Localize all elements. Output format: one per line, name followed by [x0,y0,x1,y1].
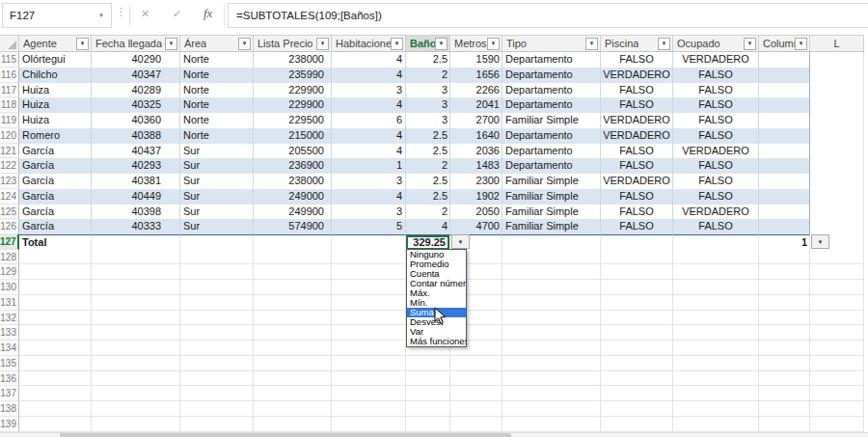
cell-banos[interactable]: 3 [406,97,450,113]
cell-piscina[interactable]: FALSO [601,219,673,234]
cell[interactable] [92,311,180,326]
cell-tipo[interactable]: Departamento [502,158,601,174]
cell[interactable] [810,280,864,295]
cell[interactable] [92,371,180,387]
cell[interactable] [759,250,810,265]
cell-lista-precio[interactable]: 574900 [254,219,332,234]
row-number[interactable]: 131 [0,295,19,311]
cell-metros[interactable]: 1656 [450,68,502,83]
cell-L[interactable] [810,219,864,234]
cell[interactable] [601,280,673,295]
cell[interactable] [759,280,810,295]
cell-L[interactable] [810,97,864,113]
cell[interactable] [19,401,92,417]
cell[interactable] [19,356,92,371]
row-number[interactable]: 126 [0,219,19,234]
cell[interactable] [759,295,810,311]
cell-habitaciones[interactable]: 3 [332,174,406,189]
insert-function-icon[interactable]: fx [203,6,212,21]
row-number[interactable]: 136 [0,371,19,387]
filter-dropdown-icon[interactable]: ▼ [744,38,756,50]
cell[interactable] [180,264,254,280]
menu-item[interactable]: Promedio [407,259,466,269]
cell[interactable] [673,250,759,265]
cell[interactable] [332,325,406,341]
cell-L[interactable] [810,144,864,159]
cell-banos[interactable]: 4 [406,219,450,234]
cell-column1[interactable] [759,219,810,234]
cell[interactable] [254,341,332,356]
cell[interactable] [810,250,864,265]
cell[interactable] [502,311,601,326]
cell[interactable] [502,341,601,356]
cell[interactable] [332,250,406,265]
cell-lista-precio[interactable]: 205500 [254,144,332,159]
cell[interactable] [450,371,502,387]
cell[interactable] [601,295,673,311]
cell[interactable] [19,280,92,295]
cell-banos-subtotal-selected[interactable]: 329.25 [406,234,450,250]
cell-fecha-llegada[interactable]: 40289 [92,83,180,98]
horizontal-scrollbar-thumb[interactable] [60,433,511,437]
cell[interactable] [601,234,673,250]
cell-metros[interactable]: 1902 [450,189,502,205]
cell-banos[interactable]: 2 [406,158,450,174]
cell-L[interactable] [810,189,864,205]
cell-lista-precio[interactable]: 238000 [254,174,332,189]
cell-piscina[interactable]: FALSO [601,83,673,98]
column1-subtotal-dropdown-button[interactable]: ▼ [811,234,829,249]
cell-banos[interactable]: 3 [406,113,450,128]
cell[interactable] [673,325,759,341]
cell-lista-precio[interactable]: 235990 [254,68,332,83]
cell[interactable] [759,417,810,432]
cell-tipo[interactable]: Familiar Simple [502,189,601,205]
cell[interactable] [759,311,810,326]
cell[interactable] [759,356,810,371]
cell-tipo[interactable]: Familiar Simple [502,174,601,189]
cell[interactable] [180,371,254,387]
cell[interactable] [810,417,864,432]
cell-fecha-llegada[interactable]: 40398 [92,205,180,220]
cell-tipo[interactable]: Departamento [502,97,601,113]
cell-habitaciones[interactable]: 1 [332,158,406,174]
cell-banos[interactable]: 2 [406,205,450,220]
cell-area[interactable]: Sur [180,219,254,234]
cell-agente[interactable]: García [19,174,92,189]
cell[interactable] [92,356,180,371]
name-box[interactable]: F127 ▼ [2,3,112,28]
column-header[interactable]: Column ▼ [759,35,810,52]
cell-habitaciones[interactable]: 4 [332,128,406,144]
select-all-corner[interactable] [0,35,19,52]
cell[interactable] [601,250,673,265]
cell[interactable] [19,371,92,387]
cell-habitaciones[interactable]: 4 [332,97,406,113]
cell-L[interactable] [810,113,864,128]
cell-tipo[interactable]: Departamento [502,144,601,159]
cell[interactable] [810,295,864,311]
column-header[interactable]: Ocupado ▼ [673,35,759,52]
cell[interactable] [502,325,601,341]
cell[interactable] [810,401,864,417]
column-header[interactable]: Agente ▼ [19,35,92,52]
cell-fecha-llegada[interactable]: 40347 [92,68,180,83]
cell-piscina[interactable]: VERDADERO [601,113,673,128]
cell-metros[interactable]: 2036 [450,144,502,159]
cell-habitaciones[interactable]: 6 [332,113,406,128]
banos-subtotal-dropdown-button[interactable]: ▼ [451,234,470,249]
cell-area[interactable]: Norte [180,97,254,113]
cell[interactable] [502,417,601,432]
row-number[interactable]: 133 [0,325,19,341]
filter-dropdown-icon[interactable]: ▼ [391,38,403,50]
cell[interactable] [180,356,254,371]
cell-habitaciones[interactable]: 4 [332,189,406,205]
cell[interactable] [673,401,759,417]
cell[interactable] [254,325,332,341]
cell[interactable] [254,264,332,280]
cell[interactable] [19,417,92,432]
cell[interactable] [601,341,673,356]
column-header[interactable]: Área ▼ [180,35,254,52]
cell[interactable] [673,295,759,311]
cell-fecha-llegada[interactable]: 40381 [92,174,180,189]
cell[interactable] [19,311,92,326]
enter-icon[interactable]: ✓ [173,8,181,20]
